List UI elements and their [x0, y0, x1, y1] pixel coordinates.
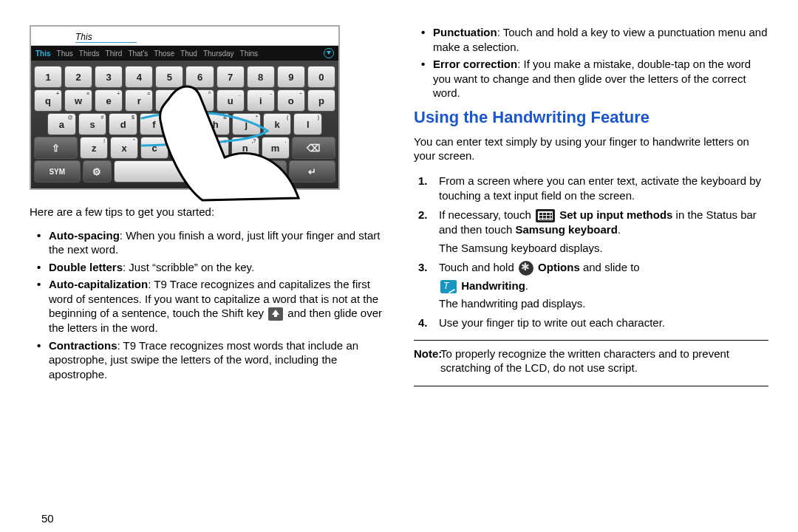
handwriting-icon [440, 280, 457, 293]
shift-icon [268, 307, 283, 321]
intro-text: Here are a few tips to get you started: [30, 205, 384, 219]
backspace-key: ⌫ [292, 137, 335, 159]
step-1: 1.From a screen where you can enter text… [418, 174, 768, 204]
section-intro: You can enter text simply by using your … [414, 134, 768, 163]
bullet-double-letters: Double letters: Just “scribble” on the k… [37, 260, 384, 275]
settings-key: ⚙ [83, 160, 112, 183]
bullet-error-correction: Error correction: If you make a mistake,… [421, 57, 768, 100]
bullet-auto-cap: Auto-capitalization: T9 Trace recognizes… [37, 277, 384, 335]
step-4: 4.Use your finger tip to write out each … [418, 316, 768, 330]
enter-key: ↵ [289, 160, 335, 183]
shift-key: ⇧ [34, 137, 78, 159]
step-2: 2. If necessary, touch Set up input meth… [418, 208, 768, 256]
keyboard-grid: 1234567890 q+ w× e÷ r= t% y^ u_ i- o~ p … [31, 61, 338, 188]
keyboard-figure: This This Thus Thirds Third That's Those… [30, 25, 340, 190]
space-key [114, 160, 255, 183]
chevron-down-icon [324, 48, 334, 58]
divider [414, 386, 768, 386]
bullet-contractions: Contractions: T9 Trace recognizes most w… [37, 338, 384, 382]
step-3: 3. Touch and hold Options and slide to H… [418, 260, 768, 312]
bullet-punctuation: Punctuation: Touch and hold a key to vie… [421, 25, 768, 54]
sym-key: SYM [34, 160, 81, 183]
suggestion-bar: This Thus Thirds Third That's Those Thud… [31, 46, 338, 61]
bullet-auto-spacing: Auto-spacing: When you finish a word, ju… [37, 228, 384, 257]
note-text: Note:To properly recognize the written c… [414, 347, 768, 375]
page-number: 50 [30, 512, 384, 525]
gear-icon [519, 261, 533, 276]
divider [414, 340, 768, 341]
section-heading: Using the Handwriting Feature [414, 108, 768, 127]
keyboard-icon [536, 209, 555, 222]
figure-typed-text: This [75, 32, 137, 43]
